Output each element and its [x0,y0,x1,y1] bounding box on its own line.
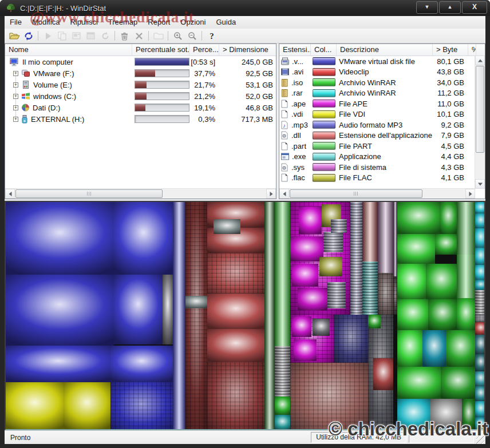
treemap-tile[interactable] [214,219,240,234]
column-header-descrizione[interactable]: Descrizione [337,44,433,55]
scroll-right-button[interactable] [465,189,475,199]
tree-horizontal-scrollbar[interactable] [5,188,276,199]
treemap-tile[interactable] [475,213,485,228]
treemap-tile[interactable] [446,330,475,367]
treemap-tile[interactable] [475,401,485,417]
extension-row[interactable]: .rarArchivio WinRAR11,2 GB [279,88,485,99]
computer-row[interactable]: Il mio computer[0:53 s]245,0 GB [5,56,276,68]
treemap-tile[interactable] [264,202,275,430]
treemap-tile[interactable] [350,202,362,315]
treemap-tile[interactable] [207,294,264,329]
treemap-tile[interactable] [397,202,440,234]
treemap-tile[interactable] [6,275,114,346]
expand-toggle[interactable]: + [13,82,18,88]
open-icon[interactable] [7,30,21,42]
scroll-down-button[interactable] [475,179,485,189]
treemap-tile[interactable] [475,265,485,280]
treemap-tile[interactable] [393,276,397,315]
column-header-perce[interactable]: Perce... [189,44,219,55]
treemap-tile[interactable] [393,202,397,276]
drive-row[interactable]: +Dati (D:)19,1%46,8 GB [5,102,276,113]
treemap-tile[interactable] [426,264,457,299]
treemap-tile[interactable] [298,288,327,311]
title-bar[interactable]: C:|D:|E:|F:|H: - WinDirStat ▼▲X [0,0,490,16]
treemap-tile[interactable] [275,346,290,397]
extension-row[interactable]: .isoArchivio WinRAR34,0 GB [279,77,485,88]
treemap-tile[interactable] [110,382,173,430]
treemap-tile[interactable] [207,362,264,430]
treemap-tile[interactable] [290,363,368,430]
refresh-selected-icon[interactable] [41,30,55,42]
command-prompt-icon[interactable] [84,30,98,42]
menu-guida[interactable]: Guida [211,16,241,29]
extension-row[interactable]: .apeFile APE11,0 GB [279,98,485,109]
treemap-tile[interactable] [331,219,347,233]
extension-row[interactable]: .v...VMware virtual disk file80,1 GB [279,56,485,67]
extension-row[interactable]: .aviVideoclip43,8 GB [279,67,485,78]
extension-row[interactable]: .dllEstensione dell'applicazione7,9 GB [279,130,485,141]
treemap-tile[interactable] [475,314,485,322]
column-header-col[interactable]: Col... [311,44,337,55]
treemap-tile[interactable] [397,299,428,330]
treemap-tile[interactable] [6,346,110,382]
zoom-out-icon[interactable] [185,30,199,42]
scroll-thumb[interactable] [476,66,484,153]
treemap-tile[interactable] [475,354,485,371]
treemap-tile[interactable] [475,371,485,386]
treemap-tile[interactable] [64,382,110,430]
treemap-tile[interactable] [475,280,485,290]
treemap-tile[interactable] [319,257,342,276]
zoom-in-icon[interactable] [171,30,185,42]
treemap-tile[interactable] [275,397,290,415]
treemap-tile[interactable] [362,202,378,261]
treemap-tile[interactable] [373,358,393,390]
treemap-tile[interactable] [428,299,457,330]
treemap-tile[interactable] [368,315,381,328]
treemap-tile[interactable] [397,330,422,367]
treemap-tile[interactable] [378,273,393,315]
scroll-track[interactable] [289,189,465,198]
treemap-tile[interactable] [457,298,475,331]
extension-row[interactable]: .flacFile FLAC4,1 GB [279,173,485,184]
treemap-tile[interactable] [462,399,475,430]
explorer-icon[interactable] [69,30,84,42]
treemap-tile[interactable] [475,322,485,335]
scroll-thumb[interactable] [15,189,163,198]
menu-modifica[interactable]: Modifica [27,16,65,29]
treemap-tile[interactable] [475,202,485,213]
treemap-tile[interactable] [294,339,317,361]
treemap-tile[interactable] [441,367,475,399]
treemap-tile[interactable] [173,202,185,430]
drive-row[interactable]: +Volume (E:)21,7%53,1 GB [5,79,276,90]
copy-path-icon[interactable] [55,30,69,42]
treemap-tile[interactable] [430,399,462,430]
extension-row[interactable]: .partFile PART4,5 GB [279,141,485,152]
treemap-tile[interactable] [475,248,485,265]
treemap-tile[interactable] [185,202,207,430]
treemap-tile[interactable] [475,386,485,401]
treemap-tile[interactable] [110,346,173,382]
column-header-%[interactable]: % [468,44,476,55]
extension-vertical-scrollbar[interactable] [475,55,485,189]
scroll-left-button[interactable] [279,189,289,199]
reload-icon[interactable] [98,30,112,42]
folder-icon[interactable] [151,30,165,42]
recycle-bin-icon[interactable] [117,30,132,42]
treemap-tile[interactable] [397,234,435,264]
treemap-tile[interactable] [6,382,64,430]
treemap-tile[interactable] [163,275,173,344]
treemap-tile[interactable] [362,261,378,315]
treemap-tile[interactable] [290,236,323,261]
treemap-tile[interactable] [299,207,322,234]
treemap-tile[interactable] [422,330,446,367]
treemap-tile[interactable] [292,264,318,287]
treemap-tile[interactable] [207,253,264,294]
resize-grip[interactable] [476,436,484,444]
treemap-tile[interactable] [457,255,475,298]
treemap-tile[interactable] [275,415,290,430]
help-icon[interactable]: ? [204,30,219,42]
treemap-tile[interactable] [475,228,485,248]
extension-row[interactable]: ♪.mp3Audio formato MP39,2 GB [279,120,485,130]
delete-icon[interactable] [132,30,146,42]
menu-treemap[interactable]: Treemap [103,16,143,29]
